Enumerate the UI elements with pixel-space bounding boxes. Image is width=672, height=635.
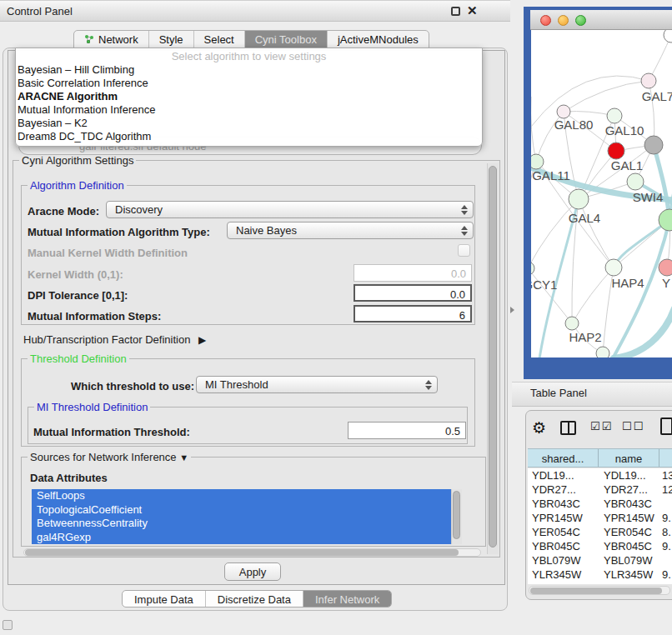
- table-cell[interactable]: YER054C: [599, 525, 659, 539]
- apply-button[interactable]: Apply: [224, 562, 281, 581]
- table-cell[interactable]: 12: [659, 482, 672, 497]
- manual-kernel-checkbox[interactable]: [458, 244, 470, 257]
- node-gray[interactable]: [644, 136, 663, 154]
- tab-network[interactable]: Network: [74, 31, 149, 48]
- attribute-item-betweennesscentrality[interactable]: BetweennessCentrality: [32, 517, 459, 531]
- node-hap2[interactable]: [565, 317, 579, 330]
- gear-icon[interactable]: ⚙: [532, 418, 546, 438]
- table-cell[interactable]: 9.: [659, 568, 672, 582]
- table-cell[interactable]: YPR145W: [599, 511, 659, 525]
- algorithm-option-aracne-algorithm[interactable]: ARACNE Algorithm: [16, 90, 482, 103]
- algorithm-option-dream8-dc-tdc-algorithm[interactable]: Dream8 DC_TDC Algorithm: [16, 130, 482, 143]
- node-gal11[interactable]: [531, 154, 544, 169]
- column-header-name[interactable]: name: [599, 449, 659, 467]
- table-row[interactable]: YDL19...YDL19...13: [528, 468, 672, 482]
- table-cell[interactable]: YBL079W: [528, 553, 599, 568]
- attribute-item-topologicalcoefficient[interactable]: TopologicalCoefficient: [32, 503, 459, 518]
- attribute-item-selfloops[interactable]: SelfLoops: [32, 489, 459, 503]
- mi-threshold-input[interactable]: 0.5: [348, 422, 466, 439]
- table-cell[interactable]: [659, 497, 672, 511]
- node-swi4[interactable]: [627, 173, 644, 190]
- node-gal80[interactable]: [557, 105, 570, 118]
- kernel-width-input[interactable]: 0.0: [354, 264, 472, 282]
- settings-hscrollbar-thumb[interactable]: [25, 549, 459, 556]
- table-row[interactable]: YBR045CYBR045C9.: [528, 539, 672, 553]
- node-gcy1[interactable]: [531, 262, 534, 275]
- hub-definition-toggle[interactable]: Hub/Transcription Factor Definition ▶: [23, 333, 206, 346]
- table-cell[interactable]: YDL19...: [528, 468, 599, 482]
- table-cell[interactable]: YBR045C: [599, 539, 659, 553]
- minimize-traffic-light-icon[interactable]: [558, 15, 569, 26]
- table-cell[interactable]: YPR145W: [528, 511, 599, 525]
- close-traffic-light-icon[interactable]: [540, 15, 551, 26]
- node-bottom-partial[interactable]: [596, 347, 609, 358]
- deselect-all-icon[interactable]: ☐☐: [622, 420, 644, 432]
- table-row[interactable]: YPR145WYPR145W9.: [528, 511, 672, 525]
- table-row[interactable]: YBL079WYBL079W: [528, 553, 672, 568]
- which-threshold-combo[interactable]: MI Threshold: [196, 376, 438, 393]
- dpi-tolerance-input[interactable]: 0.0: [354, 284, 472, 302]
- algorithm-option-bayesian-hill-climbing[interactable]: Bayesian – Hill Climbing: [16, 63, 482, 77]
- select-all-icon[interactable]: ☑☑: [590, 420, 613, 432]
- algorithm-option-basic-correlation-inference[interactable]: Basic Correlation Inference: [16, 77, 482, 90]
- table-cell[interactable]: YBR043C: [599, 497, 659, 511]
- table-row[interactable]: YER054CYER054C8.: [528, 525, 672, 539]
- float-window-icon[interactable]: [451, 7, 460, 16]
- table-cell[interactable]: YLR345W: [528, 568, 599, 582]
- table-cell[interactable]: 9.: [659, 539, 672, 553]
- node-top-partial[interactable]: [664, 30, 672, 42]
- table-cell[interactable]: YDR27...: [528, 482, 599, 497]
- tab-jactivemnodules[interactable]: jActiveMNodules: [328, 31, 429, 48]
- bottom-tab-impute-data[interactable]: Impute Data: [123, 591, 206, 607]
- mi-type-combo[interactable]: Naive Bayes: [227, 222, 474, 239]
- table-cell[interactable]: YER054C: [528, 525, 599, 539]
- tab-select[interactable]: Select: [194, 31, 245, 48]
- column-header-shared[interactable]: shared...: [528, 449, 599, 467]
- new-table-icon[interactable]: [660, 418, 672, 435]
- node-hap4[interactable]: [605, 259, 622, 276]
- algorithm-option-bayesian-k2[interactable]: Bayesian – K2: [16, 117, 482, 130]
- settings-vscrollbar-thumb[interactable]: [489, 166, 497, 548]
- node-salmon[interactable]: [659, 259, 672, 276]
- network-window-titlebar[interactable]: [530, 10, 672, 30]
- tab-style[interactable]: Style: [149, 31, 194, 48]
- table-cell[interactable]: YIL052C: [528, 582, 599, 584]
- column-header-a[interactable]: A: [659, 449, 672, 467]
- mi-steps-input[interactable]: 6: [354, 305, 472, 322]
- aracne-mode-combo[interactable]: Discovery: [106, 201, 474, 218]
- table-cell[interactable]: 13: [659, 468, 672, 482]
- table-hscrollbar-thumb[interactable]: [530, 588, 662, 594]
- panel-divider-arrow-icon[interactable]: [510, 307, 514, 313]
- table-cell[interactable]: [659, 553, 672, 568]
- attributes-vscrollbar-thumb[interactable]: [453, 491, 460, 539]
- close-icon[interactable]: ✕: [467, 3, 478, 18]
- node-gal1[interactable]: [608, 142, 624, 159]
- table-row[interactable]: YDR27...YDR27...12: [528, 482, 672, 497]
- table-cell[interactable]: 9: [659, 582, 672, 584]
- node-gal7[interactable]: [641, 73, 656, 88]
- table-cell[interactable]: YLR345W: [599, 568, 659, 582]
- table-row[interactable]: YBR043CYBR043C: [528, 497, 672, 511]
- table-row[interactable]: YLR345WYLR345W9.: [528, 568, 672, 582]
- split-columns-icon[interactable]: [560, 421, 576, 435]
- table-cell[interactable]: YBL079W: [599, 553, 659, 568]
- network-canvas[interactable]: GAL7GAL80GAL10GAL1GAL11SWI4GAL4GCY1HAP4Y…: [531, 30, 672, 358]
- table-cell[interactable]: YIL052C: [599, 582, 659, 584]
- bottom-tab-discretize-data[interactable]: Discretize Data: [206, 591, 303, 607]
- table-cell[interactable]: YDL19...: [599, 468, 659, 482]
- table-cell[interactable]: 9.: [659, 511, 672, 525]
- sources-group-title[interactable]: Sources for Network Inference ▼: [28, 451, 191, 463]
- table-cell[interactable]: YBR043C: [528, 497, 599, 511]
- attribute-item-gal4rgexp[interactable]: gal4RGexp: [32, 531, 459, 545]
- table-cell[interactable]: YBR045C: [528, 539, 599, 553]
- bottom-tab-infer-network[interactable]: Infer Network: [303, 591, 391, 607]
- table-row[interactable]: YIL052CYIL052C9: [528, 582, 672, 584]
- table-cell[interactable]: YDR27...: [599, 482, 659, 497]
- node-gal10[interactable]: [607, 108, 622, 123]
- tab-cyni-toolbox[interactable]: Cyni Toolbox: [245, 31, 328, 48]
- node-gal4[interactable]: [569, 189, 589, 209]
- algorithm-option-mutual-information-inference[interactable]: Mutual Information Inference: [16, 103, 482, 117]
- panel-grip-icon[interactable]: [3, 620, 13, 630]
- table-cell[interactable]: 8.: [659, 525, 672, 539]
- zoom-traffic-light-icon[interactable]: [575, 15, 586, 26]
